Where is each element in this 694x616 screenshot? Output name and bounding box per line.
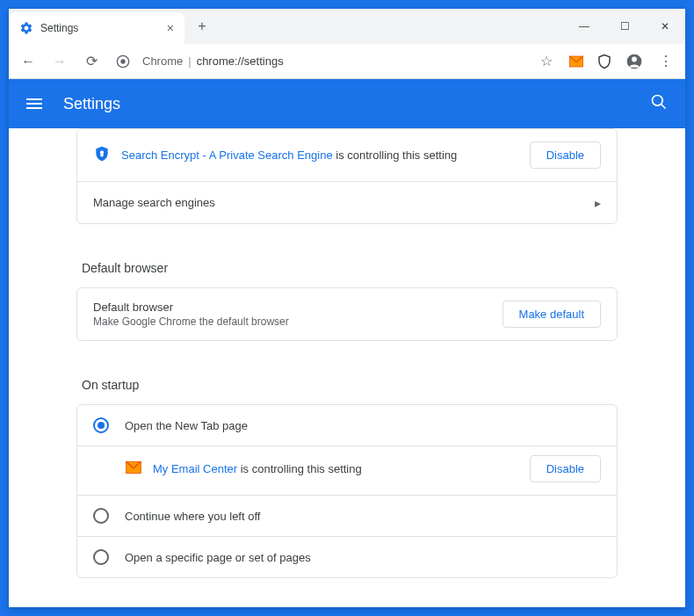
startup-section-title: On startup <box>76 362 618 404</box>
extension-link[interactable]: My Email Center <box>153 462 237 475</box>
menu-icon[interactable]: ⋮ <box>654 49 678 74</box>
option-label: Open a specific page or set of pages <box>125 551 311 564</box>
browser-tab[interactable]: Settings × <box>9 12 184 44</box>
search-engine-card: Search Encrypt - A Private Search Engine… <box>76 128 618 224</box>
hamburger-icon[interactable] <box>26 98 42 109</box>
control-text: is controlling this setting <box>237 462 362 475</box>
default-browser-sub: Make Google Chrome the default browser <box>93 315 289 328</box>
option-label: Continue where you left off <box>125 510 260 523</box>
manage-search-engines-row[interactable]: Manage search engines ▸ <box>77 181 617 223</box>
svg-rect-8 <box>100 153 103 156</box>
browser-window: Settings × + — ☐ ✕ ← → ⟳ Chrome | chrome… <box>9 9 685 607</box>
url-input[interactable]: Chrome | chrome://settings <box>142 54 527 68</box>
manage-search-label: Manage search engines <box>93 196 215 209</box>
extension-control-notice: Search Encrypt - A Private Search Engine… <box>77 129 617 181</box>
startup-option-specific[interactable]: Open a specific page or set of pages <box>77 536 617 577</box>
startup-option-newtab[interactable]: Open the New Tab page <box>77 405 617 446</box>
default-browser-section-title: Default browser <box>76 245 618 287</box>
url-prefix: Chrome <box>142 54 183 68</box>
startup-option-continue[interactable]: Continue where you left off <box>77 495 617 536</box>
svg-line-6 <box>661 105 666 109</box>
tab-title: Settings <box>40 22 78 34</box>
minimize-button[interactable]: — <box>564 9 604 44</box>
site-info-icon[interactable] <box>111 49 135 74</box>
search-icon[interactable] <box>650 93 668 114</box>
shield-extension-icon[interactable] <box>594 51 615 72</box>
radio-icon <box>93 508 109 524</box>
default-browser-card: Default browser Make Google Chrome the d… <box>76 287 618 341</box>
back-button[interactable]: ← <box>16 49 40 74</box>
maximize-button[interactable]: ☐ <box>604 9 645 44</box>
startup-extension-notice: My Email Center is controlling this sett… <box>77 446 617 495</box>
reload-button[interactable]: ⟳ <box>79 49 104 74</box>
star-icon[interactable]: ☆ <box>534 49 559 74</box>
settings-content[interactable]: Search Encrypt - A Private Search Engine… <box>9 128 685 607</box>
default-browser-label: Default browser <box>93 301 289 314</box>
mail-extension-icon[interactable] <box>566 51 587 72</box>
url-path: chrome://settings <box>197 54 284 68</box>
gear-icon <box>19 21 33 35</box>
new-tab-button[interactable]: + <box>190 18 214 34</box>
close-tab-icon[interactable]: × <box>167 21 174 35</box>
mail-icon <box>125 459 142 479</box>
forward-button[interactable]: → <box>47 49 72 74</box>
disable-button[interactable]: Disable <box>530 141 601 169</box>
window-controls: — ☐ ✕ <box>564 9 685 44</box>
addressbar: ← → ⟳ Chrome | chrome://settings ☆ ⋮ <box>9 44 685 79</box>
close-window-button[interactable]: ✕ <box>645 9 685 44</box>
disable-button[interactable]: Disable <box>530 455 601 482</box>
startup-card: Open the New Tab page My Email Center is… <box>76 404 618 578</box>
radio-icon <box>93 549 109 565</box>
shield-icon <box>93 145 111 165</box>
option-label: Open the New Tab page <box>125 419 248 432</box>
titlebar: Settings × + — ☐ ✕ <box>9 9 685 44</box>
extension-link[interactable]: Search Encrypt - A Private Search Engine <box>121 149 333 162</box>
svg-point-1 <box>120 59 125 63</box>
svg-point-4 <box>632 56 637 62</box>
page-title: Settings <box>63 95 120 113</box>
chevron-right-icon: ▸ <box>595 196 601 210</box>
control-text: is controlling this setting <box>333 149 458 162</box>
svg-point-5 <box>653 96 663 106</box>
make-default-button[interactable]: Make default <box>502 301 601 328</box>
radio-selected-icon <box>93 417 109 433</box>
advanced-toggle[interactable]: Advanced ▾ <box>76 599 618 607</box>
profile-icon[interactable] <box>622 49 647 74</box>
settings-header: Settings <box>9 79 685 128</box>
